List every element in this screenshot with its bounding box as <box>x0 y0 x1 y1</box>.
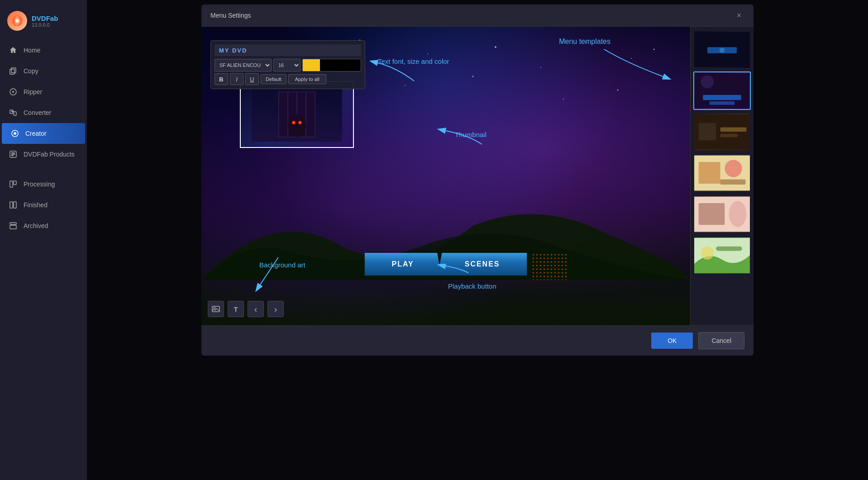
image-icon <box>212 305 220 313</box>
preview-thumbnail[interactable] <box>240 81 354 148</box>
sidebar-item-archived[interactable]: Archived <box>0 215 87 236</box>
font-family-select[interactable]: SF ALIEN ENCOU <box>215 59 272 71</box>
copy-icon <box>9 67 17 75</box>
svg-point-57 <box>720 48 725 53</box>
sidebar-label-ripper: Ripper <box>24 88 42 95</box>
template-preview-5 <box>694 196 750 233</box>
template-item-4[interactable] <box>693 154 751 192</box>
close-button[interactable]: × <box>734 10 744 21</box>
template-preview-3 <box>694 114 750 150</box>
template-item-2[interactable] <box>693 71 751 110</box>
svg-point-59 <box>701 75 714 88</box>
sidebar-item-copy[interactable]: Copy <box>0 61 87 81</box>
scenes-button[interactable]: SCENES <box>438 253 527 276</box>
svg-rect-64 <box>720 127 747 132</box>
svg-point-6 <box>12 91 14 93</box>
modal-footer: OK Cancel <box>201 325 754 356</box>
svg-rect-47 <box>532 253 568 280</box>
main-content: Menu Settings × <box>87 0 868 480</box>
template-preview-4 <box>694 155 750 191</box>
sidebar: DVDFab 13.0.0.0 Home Copy <box>0 0 87 480</box>
sidebar-label-processing: Processing <box>24 181 55 188</box>
svg-point-41 <box>288 114 306 137</box>
sidebar-item-ripper[interactable]: Ripper <box>0 81 87 102</box>
template-preview-2 <box>694 72 750 109</box>
sidebar-item-creator[interactable]: Creator <box>2 123 85 144</box>
creator-icon <box>11 129 19 138</box>
svg-rect-71 <box>699 203 725 225</box>
converter-icon <box>9 109 17 117</box>
font-size-select[interactable]: 16 <box>273 59 300 71</box>
modal-overlay: Menu Settings × <box>87 0 868 480</box>
thumbnail-svg <box>252 87 342 142</box>
dvd-title[interactable]: MY DVD <box>219 47 247 54</box>
template-item-6[interactable] <box>693 236 751 275</box>
template-item-1[interactable] <box>693 30 751 69</box>
processing-icon <box>9 180 17 188</box>
sidebar-item-processing[interactable]: Processing <box>0 174 87 195</box>
playback-buttons: PLAY SCENES <box>365 253 527 276</box>
svg-rect-12 <box>11 152 15 153</box>
title-bar: MY DVD <box>215 44 361 56</box>
annotation-bg-art: Background art <box>259 261 305 269</box>
sidebar-label-finished: Finished <box>24 201 48 209</box>
svg-rect-15 <box>10 181 13 187</box>
app-logo: DVDFab 13.0.0.0 <box>0 5 87 40</box>
sidebar-item-converter[interactable]: Converter <box>0 102 87 123</box>
annotation-menu-templates: Menu templates <box>559 38 610 46</box>
svg-rect-3 <box>10 69 14 74</box>
apply-all-button[interactable]: Apply to all <box>288 74 326 84</box>
sidebar-item-dvdfab-products[interactable]: DVDFab Products <box>0 144 87 165</box>
svg-point-68 <box>725 160 742 177</box>
svg-rect-13 <box>11 154 15 155</box>
ok-button[interactable]: OK <box>651 333 693 349</box>
logo-icon <box>7 11 27 31</box>
template-item-3[interactable] <box>693 113 751 151</box>
sidebar-label-archived: Archived <box>24 222 48 229</box>
svg-rect-61 <box>710 101 735 105</box>
color-picker[interactable] <box>302 59 361 71</box>
sidebar-item-finished[interactable]: Finished <box>0 195 87 215</box>
annotation-text-font: Text font, size and color <box>378 57 449 65</box>
italic-button[interactable]: I <box>230 73 243 85</box>
underline-button[interactable]: U <box>245 73 259 85</box>
sidebar-item-home[interactable]: Home <box>0 40 87 61</box>
template-preview-6 <box>694 237 750 274</box>
text-icon: T <box>234 305 238 313</box>
template-item-5[interactable] <box>693 195 751 233</box>
cancel-button[interactable]: Cancel <box>698 332 744 349</box>
dvdfab-icon <box>9 150 17 158</box>
default-button[interactable]: Default <box>261 74 286 84</box>
decorative-dots <box>532 253 568 280</box>
svg-rect-16 <box>14 181 16 185</box>
chevron-left-icon: ‹ <box>254 304 258 314</box>
templates-sidebar <box>690 27 754 325</box>
modal-title: Menu Settings <box>210 12 251 19</box>
chevron-right-icon: › <box>274 304 277 314</box>
home-icon <box>9 46 17 54</box>
bottom-toolbar: T ‹ › <box>208 301 284 317</box>
text-toolbar-button[interactable]: T <box>228 301 244 317</box>
next-toolbar-button[interactable]: › <box>267 301 284 317</box>
sidebar-label-copy: Copy <box>24 67 38 75</box>
image-toolbar-button[interactable] <box>208 301 224 317</box>
modal-header: Menu Settings × <box>201 5 754 27</box>
sidebar-label-creator: Creator <box>25 130 47 137</box>
svg-rect-65 <box>720 134 738 138</box>
svg-rect-14 <box>11 155 14 156</box>
prev-toolbar-button[interactable]: ‹ <box>248 301 264 317</box>
svg-rect-8 <box>14 112 16 115</box>
svg-rect-17 <box>10 202 13 208</box>
play-button[interactable]: PLAY <box>365 253 441 276</box>
thumbnail-inner <box>241 82 353 147</box>
svg-point-72 <box>729 201 746 227</box>
bold-button[interactable]: B <box>215 73 228 85</box>
preview-area: MY DVD SF ALIEN ENCOU 16 B <box>201 27 690 325</box>
svg-rect-67 <box>699 162 720 184</box>
svg-point-2 <box>15 19 19 23</box>
svg-rect-20 <box>10 225 16 229</box>
logo-text: DVDFab 13.0.0.0 <box>32 14 58 28</box>
sidebar-label-dvdfab: DVDFab Products <box>24 151 75 158</box>
svg-rect-75 <box>716 247 742 251</box>
svg-rect-69 <box>720 179 746 185</box>
